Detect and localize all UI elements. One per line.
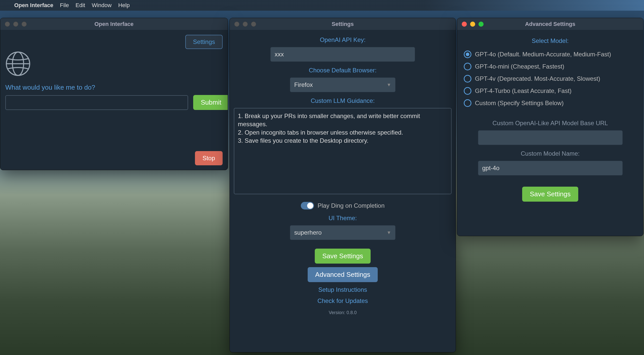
api-key-label: OpenAI API Key: bbox=[320, 36, 366, 43]
menu-edit[interactable]: Edit bbox=[76, 2, 85, 9]
settings-window: Settings OpenAI API Key: Choose Default … bbox=[229, 18, 456, 352]
model-radio-group: GPT-4o (Default. Medium-Accurate, Medium… bbox=[464, 51, 637, 107]
radio-label: Custom (Specify Settings Below) bbox=[475, 100, 564, 107]
advanced-settings-window: Advanced Settings Select Model: GPT-4o (… bbox=[457, 18, 643, 236]
theme-select[interactable]: superhero ▼ bbox=[290, 225, 395, 240]
browser-label: Choose Default Browser: bbox=[309, 67, 377, 74]
advanced-settings-button[interactable]: Advanced Settings bbox=[308, 267, 378, 282]
menubar-app-name[interactable]: Open Interface bbox=[14, 2, 53, 9]
llm-guidance-label: Custom LLM Guidance: bbox=[311, 97, 375, 104]
llm-guidance-textarea[interactable] bbox=[234, 108, 452, 194]
window-title: Open Interface bbox=[94, 21, 134, 27]
theme-label: UI Theme: bbox=[328, 215, 357, 222]
chevron-down-icon: ▼ bbox=[387, 230, 391, 235]
traffic-lights bbox=[462, 22, 484, 27]
base-url-label: Custom OpenAI-Like API Model Base URL bbox=[492, 120, 608, 127]
menu-window[interactable]: Window bbox=[92, 2, 111, 9]
minimize-icon[interactable] bbox=[243, 22, 248, 27]
save-settings-button[interactable]: Save Settings bbox=[522, 187, 578, 202]
radio-label: GPT-4v (Deprecated. Most-Accurate, Slowe… bbox=[475, 75, 600, 82]
radio-label: GPT-4o (Default. Medium-Accurate, Medium… bbox=[475, 51, 611, 58]
browser-select-value: Firefox bbox=[294, 81, 313, 88]
settings-button[interactable]: Settings bbox=[185, 35, 223, 49]
model-radio-gpt4v[interactable]: GPT-4v (Deprecated. Most-Accurate, Slowe… bbox=[464, 75, 637, 83]
check-updates-link[interactable]: Check for Updates bbox=[318, 297, 368, 304]
save-settings-button[interactable]: Save Settings bbox=[315, 249, 371, 264]
menu-help[interactable]: Help bbox=[118, 2, 130, 9]
menu-file[interactable]: File bbox=[60, 2, 69, 9]
select-model-label: Select Model: bbox=[532, 37, 569, 44]
titlebar[interactable]: Settings bbox=[230, 18, 456, 30]
minimize-icon[interactable] bbox=[13, 22, 18, 27]
prompt-input[interactable] bbox=[5, 95, 188, 110]
zoom-icon[interactable] bbox=[22, 22, 27, 27]
radio-icon bbox=[464, 63, 471, 70]
browser-select[interactable]: Firefox ▼ bbox=[290, 77, 395, 92]
traffic-lights bbox=[234, 22, 256, 27]
model-name-label: Custom Model Name: bbox=[521, 150, 580, 157]
stop-button[interactable]: Stop bbox=[195, 151, 223, 165]
close-icon[interactable] bbox=[462, 22, 467, 27]
ding-label: Play Ding on Completion bbox=[318, 202, 385, 209]
model-radio-gpt4o[interactable]: GPT-4o (Default. Medium-Accurate, Medium… bbox=[464, 51, 637, 58]
close-icon[interactable] bbox=[234, 22, 239, 27]
zoom-icon[interactable] bbox=[251, 22, 256, 27]
model-radio-gpt4-turbo[interactable]: GPT-4-Turbo (Least Accurate, Fast) bbox=[464, 87, 637, 95]
titlebar[interactable]: Open Interface bbox=[0, 18, 228, 30]
titlebar[interactable]: Advanced Settings bbox=[457, 18, 643, 30]
globe-icon bbox=[5, 51, 31, 76]
chevron-down-icon: ▼ bbox=[387, 82, 391, 88]
api-key-input[interactable] bbox=[270, 47, 415, 62]
window-title: Settings bbox=[332, 21, 354, 27]
radio-label: GPT-4o-mini (Cheapest, Fastest) bbox=[475, 63, 564, 70]
version-label: Version: 0.8.0 bbox=[329, 310, 357, 315]
model-radio-gpt4o-mini[interactable]: GPT-4o-mini (Cheapest, Fastest) bbox=[464, 63, 637, 70]
theme-select-value: superhero bbox=[294, 229, 322, 236]
ding-toggle[interactable] bbox=[301, 202, 314, 209]
model-name-input[interactable] bbox=[478, 161, 623, 175]
setup-instructions-link[interactable]: Setup Instructions bbox=[318, 286, 367, 293]
radio-icon bbox=[464, 75, 471, 83]
window-title: Advanced Settings bbox=[525, 21, 575, 27]
traffic-lights bbox=[5, 22, 27, 27]
radio-icon bbox=[464, 51, 471, 58]
radio-icon bbox=[464, 87, 471, 95]
model-radio-custom[interactable]: Custom (Specify Settings Below) bbox=[464, 99, 637, 107]
radio-label: GPT-4-Turbo (Least Accurate, Fast) bbox=[475, 87, 572, 94]
prompt-label: What would you like me to do? bbox=[5, 84, 223, 91]
menubar: Open Interface File Edit Window Help bbox=[0, 0, 644, 11]
close-icon[interactable] bbox=[5, 22, 10, 27]
open-interface-window: Open Interface Settings What would you l… bbox=[0, 18, 228, 170]
submit-button[interactable]: Submit bbox=[193, 95, 228, 110]
zoom-icon[interactable] bbox=[478, 22, 484, 27]
base-url-input[interactable] bbox=[478, 130, 623, 145]
minimize-icon[interactable] bbox=[470, 22, 475, 27]
radio-icon bbox=[464, 99, 471, 107]
